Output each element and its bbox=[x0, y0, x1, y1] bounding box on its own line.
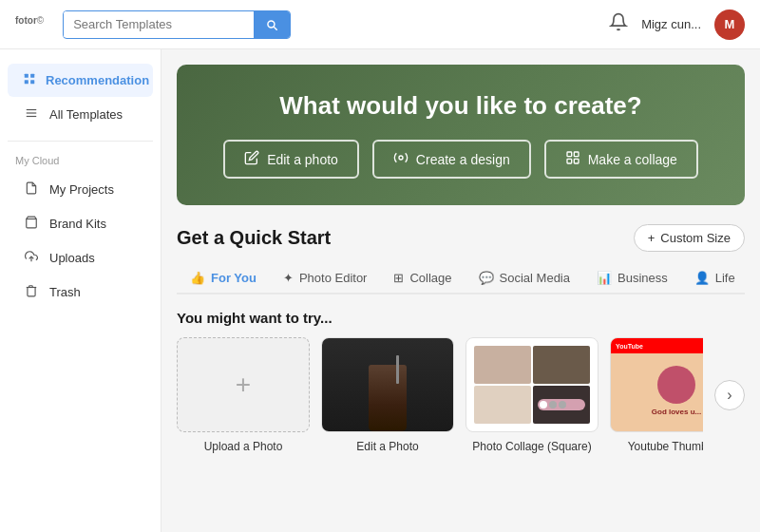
photo-collage-label: Photo Collage (Square) bbox=[466, 440, 598, 453]
sidebar-item-all-templates[interactable]: All Templates bbox=[8, 98, 153, 131]
quick-start-title: Get a Quick Start bbox=[177, 227, 331, 249]
sidebar-item-trash[interactable]: Trash bbox=[8, 276, 153, 309]
drink-glass bbox=[369, 365, 407, 431]
photo-collage-thumb bbox=[466, 337, 598, 432]
hero-banner: What would you like to create? Edit a ph… bbox=[177, 65, 745, 205]
tab-collage[interactable]: ⊞ Collage bbox=[380, 263, 465, 294]
brand-kits-icon bbox=[23, 216, 40, 232]
search-bar bbox=[63, 10, 291, 39]
next-button[interactable]: › bbox=[714, 380, 745, 410]
custom-size-label: Custom Size bbox=[660, 231, 731, 245]
svg-rect-3 bbox=[30, 80, 34, 84]
tab-business[interactable]: 📊 Business bbox=[583, 263, 681, 294]
svg-rect-13 bbox=[574, 159, 579, 163]
for-you-icon: 👍 bbox=[190, 271, 205, 285]
svg-rect-2 bbox=[25, 80, 28, 84]
sidebar-label-uploads: Uploads bbox=[49, 251, 95, 265]
svg-rect-1 bbox=[30, 74, 34, 78]
youtube-thumbnail-label: Youtube Thumbnail bbox=[610, 440, 703, 453]
collage-cell-4 bbox=[533, 386, 590, 424]
life-icon: 👤 bbox=[694, 271, 710, 285]
youtube-person bbox=[657, 366, 695, 404]
header: fotor© Migz cun... M bbox=[0, 0, 760, 49]
sidebar-item-uploads[interactable]: Uploads bbox=[8, 241, 153, 275]
svg-rect-12 bbox=[567, 159, 572, 163]
tab-photo-editor[interactable]: ✦ Photo Editor bbox=[270, 263, 381, 294]
card-upload-photo[interactable]: + Upload a Photo bbox=[177, 337, 310, 453]
uploads-icon bbox=[23, 250, 40, 266]
trash-icon bbox=[23, 284, 40, 300]
make-collage-button[interactable]: Make a collage bbox=[544, 140, 698, 179]
sidebar-label-trash: Trash bbox=[49, 285, 81, 299]
collage-icon: ⊞ bbox=[393, 271, 404, 285]
edit-photo-button[interactable]: Edit a photo bbox=[223, 140, 359, 179]
sidebar-item-my-projects[interactable]: My Projects bbox=[8, 173, 153, 206]
all-templates-icon bbox=[23, 106, 40, 123]
make-collage-icon bbox=[565, 150, 580, 168]
sidebar-divider bbox=[8, 141, 153, 142]
youtube-logo-text: YouTube bbox=[616, 343, 643, 350]
youtube-bar: YouTube bbox=[611, 338, 703, 353]
quick-start-header: Get a Quick Start + Custom Size bbox=[177, 224, 745, 252]
card-youtube-thumbnail[interactable]: YouTube God loves u... Youtube Thumbnail bbox=[610, 337, 703, 453]
collage-cell-3 bbox=[474, 386, 531, 424]
avatar[interactable]: M bbox=[714, 10, 745, 40]
drink-straw bbox=[396, 355, 399, 384]
tab-life[interactable]: 👤 Life bbox=[681, 263, 745, 294]
svg-rect-10 bbox=[567, 152, 572, 157]
sidebar-label-all-templates: All Templates bbox=[49, 107, 123, 122]
bell-icon[interactable] bbox=[609, 12, 628, 36]
create-design-button[interactable]: Create a design bbox=[372, 140, 531, 179]
chevron-right-icon: › bbox=[727, 387, 732, 404]
sidebar-label-my-projects: My Projects bbox=[49, 182, 114, 197]
upload-photo-label: Upload a Photo bbox=[177, 440, 310, 453]
my-cloud-label: My Cloud bbox=[0, 151, 161, 172]
edit-photo-icon bbox=[244, 150, 259, 168]
plus-icon: + bbox=[648, 231, 656, 245]
my-projects-icon bbox=[23, 181, 40, 198]
drink-illustration bbox=[322, 338, 453, 431]
content-area: What would you like to create? Edit a ph… bbox=[162, 49, 760, 532]
svg-point-9 bbox=[399, 156, 403, 160]
create-design-icon bbox=[393, 150, 408, 168]
header-right: Migz cun... M bbox=[609, 10, 745, 40]
main-layout: Recommendation All Templates My Cloud My… bbox=[0, 49, 760, 532]
sidebar: Recommendation All Templates My Cloud My… bbox=[0, 49, 162, 532]
sidebar-label-recommendation: Recommendation bbox=[46, 73, 149, 87]
sidebar-label-brand-kits: Brand Kits bbox=[49, 217, 106, 231]
suggestions-title: You might want to try... bbox=[177, 310, 745, 326]
user-name: Migz cun... bbox=[641, 17, 701, 31]
collage-illustration bbox=[470, 342, 594, 428]
business-icon: 📊 bbox=[597, 271, 612, 285]
tab-social-media[interactable]: 💬 Social Media bbox=[466, 263, 583, 294]
upload-plus-icon: + bbox=[236, 370, 251, 400]
search-input[interactable] bbox=[64, 11, 254, 37]
collage-cell-2 bbox=[533, 346, 590, 384]
logo: fotor© bbox=[15, 12, 44, 37]
recommendation-icon bbox=[23, 72, 36, 88]
photo-editor-icon: ✦ bbox=[283, 271, 294, 285]
youtube-thumbnail-thumb: YouTube God loves u... bbox=[610, 337, 703, 432]
edit-photo-label: Edit a Photo bbox=[321, 440, 454, 453]
youtube-text: God loves u... bbox=[652, 408, 701, 416]
sidebar-item-recommendation[interactable]: Recommendation bbox=[8, 64, 153, 97]
card-photo-collage[interactable]: Photo Collage (Square) bbox=[466, 337, 598, 453]
edit-photo-thumb bbox=[321, 337, 454, 432]
collage-cell-1 bbox=[474, 346, 531, 384]
svg-rect-11 bbox=[574, 152, 579, 157]
tabs: 👍 For You ✦ Photo Editor ⊞ Collage 💬 Soc… bbox=[177, 263, 745, 294]
svg-rect-0 bbox=[25, 74, 28, 78]
social-media-icon: 💬 bbox=[479, 271, 494, 285]
cards-wrapper: + Upload a Photo Edit a Photo bbox=[177, 337, 703, 453]
cards-row: + Upload a Photo Edit a Photo bbox=[177, 337, 745, 453]
sidebar-item-brand-kits[interactable]: Brand Kits bbox=[8, 207, 153, 240]
upload-photo-thumb: + bbox=[177, 337, 310, 432]
tab-for-you[interactable]: 👍 For You bbox=[177, 263, 270, 294]
hero-title: What would you like to create? bbox=[207, 91, 714, 121]
card-edit-photo[interactable]: Edit a Photo bbox=[321, 337, 454, 453]
custom-size-button[interactable]: + Custom Size bbox=[634, 224, 745, 252]
youtube-content: God loves u... bbox=[618, 357, 703, 424]
search-button[interactable] bbox=[254, 11, 290, 38]
hero-actions: Edit a photo Create a design Make a coll… bbox=[207, 140, 714, 179]
